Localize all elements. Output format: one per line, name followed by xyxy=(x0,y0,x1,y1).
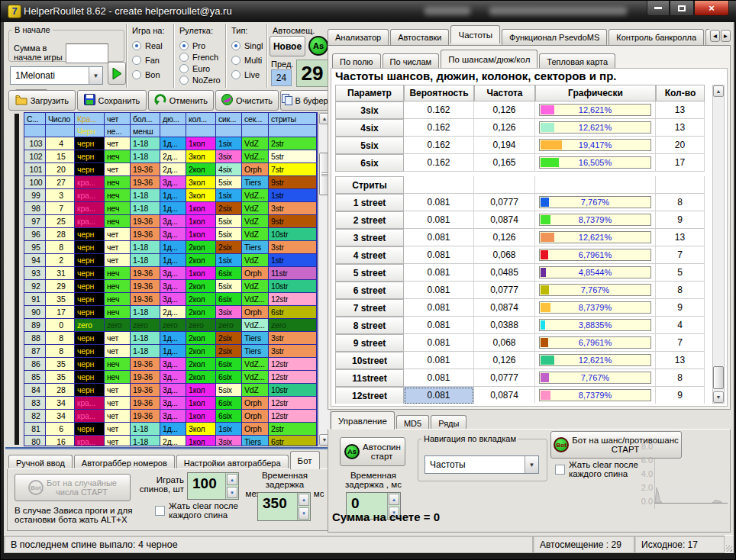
up-arrow-icon[interactable]: ▲ xyxy=(389,494,399,505)
up-arrow-icon[interactable]: ▲ xyxy=(299,494,309,506)
freq-count-cell[interactable]: 20 xyxy=(656,137,705,154)
freq-count-cell[interactable]: 13 xyxy=(656,119,705,137)
freq-param-10street[interactable]: 10street xyxy=(335,352,404,369)
tabs-scroll-right[interactable]: ► xyxy=(721,30,731,42)
tab-main-4[interactable]: Функционал PsevdoMS xyxy=(502,29,607,45)
freq-freq-cell[interactable]: 0,0874 xyxy=(474,211,535,229)
freq-prob-cell[interactable]: 0.081 xyxy=(404,299,474,317)
freq-param-8street[interactable]: 8 street xyxy=(335,317,404,334)
tab-main-5[interactable]: Контроль банкролла xyxy=(608,29,704,45)
freq-header[interactable]: Частота xyxy=(474,85,535,101)
up-arrow-icon[interactable]: ▲ xyxy=(227,474,237,485)
freq-param-7street[interactable]: 7 street xyxy=(335,299,404,317)
tab-main-1[interactable]: Анализатор xyxy=(328,29,389,45)
as-button[interactable]: As xyxy=(308,36,328,56)
freq-prob-cell[interactable]: 0.081 xyxy=(404,369,474,387)
freq-count-cell[interactable]: 7 xyxy=(656,334,705,352)
freq-header[interactable]: Графически xyxy=(535,85,656,101)
freq-param-9street[interactable]: 9 street xyxy=(335,334,404,352)
freq-bar-cell[interactable]: 6,7961% xyxy=(535,334,656,352)
freq-freq-cell[interactable]: 0,068 xyxy=(474,246,535,264)
freq-prob-cell[interactable]: 0.081 xyxy=(404,264,474,282)
freq-param-2street[interactable]: 2 street xyxy=(335,211,404,229)
freq-prob-cell[interactable]: 0.162 xyxy=(404,137,474,154)
freq-count-cell[interactable]: 8 xyxy=(656,194,705,211)
tabs-scroll-left[interactable]: ◄ xyxy=(710,30,720,42)
tab-input-4[interactable]: Бот xyxy=(290,451,320,469)
freq-prob-cell[interactable]: 0.162 xyxy=(404,119,474,137)
freq-freq-cell[interactable]: 0,126 xyxy=(474,101,535,119)
autospin-start-button[interactable]: As Автоспинстарт xyxy=(340,437,405,466)
save-button[interactable]: Сохранить xyxy=(77,90,147,111)
preset-combobox[interactable]: 1Melonati ▼ xyxy=(10,66,103,85)
radio-fan[interactable]: Fan xyxy=(132,56,176,65)
freq-param-4six[interactable]: 4six xyxy=(335,119,404,137)
radio-multi[interactable]: Multi xyxy=(231,56,276,65)
nav-combobox[interactable]: Частоты ▼ xyxy=(424,455,539,474)
freq-prob-cell[interactable]: 0.081 xyxy=(404,334,474,352)
tab-freq-4[interactable]: Тепловая карта xyxy=(539,53,615,69)
radio-french[interactable]: French xyxy=(179,53,224,62)
freq-param-5six[interactable]: 5six xyxy=(335,137,404,154)
freq-count-cell[interactable]: 13 xyxy=(656,229,705,246)
freq-param-4street[interactable]: 4 street xyxy=(335,246,404,264)
freq-count-cell[interactable]: 9 xyxy=(656,211,705,229)
freq-param-6six[interactable]: 6six xyxy=(335,154,404,172)
freq-bar-cell[interactable]: 19,417% xyxy=(535,137,656,154)
freq-param-11street[interactable]: 11street xyxy=(335,369,404,387)
freq-freq-cell[interactable]: 0,068 xyxy=(474,334,535,352)
new-number-button[interactable]: Новое xyxy=(270,36,305,56)
freq-param-3street[interactable]: 3 street xyxy=(335,229,404,246)
freq-bar-cell[interactable]: 8,7379% xyxy=(535,299,656,317)
freq-param-Стриты[interactable]: Стриты xyxy=(335,176,404,194)
freq-bar-cell[interactable]: 7,767% xyxy=(535,194,656,211)
chevron-down-icon[interactable]: ▼ xyxy=(89,67,102,84)
tab-main-3[interactable]: Частоты xyxy=(450,25,500,43)
freq-header[interactable]: Кол-во xyxy=(656,85,705,101)
folder-open-button[interactable]: Загрузить xyxy=(8,90,76,111)
freq-freq-cell[interactable]: 0,0777 xyxy=(474,282,535,299)
freq-count-cell[interactable]: 8 xyxy=(656,282,705,299)
undo-button[interactable]: Отменить xyxy=(148,90,214,111)
freq-param-5street[interactable]: 5 street xyxy=(335,264,404,282)
freq-param-6street[interactable]: 6 street xyxy=(335,282,404,299)
freq-bar-cell[interactable]: 16,505% xyxy=(535,154,656,172)
down-arrow-icon[interactable]: ▼ xyxy=(227,487,237,498)
play-button[interactable] xyxy=(108,62,126,85)
spins-stepper[interactable]: 100 ▲▼ xyxy=(187,472,239,500)
resize-grip[interactable] xyxy=(725,536,734,553)
freq-count-cell[interactable]: 17 xyxy=(656,154,705,172)
random-bot-start-button[interactable]: Bot Бот на случайныечисла СТАРТ xyxy=(15,474,131,501)
tab-freq-2[interactable]: По числам xyxy=(383,53,440,69)
freq-freq-cell[interactable]: 0,126 xyxy=(474,352,535,369)
freq-prob-cell[interactable]: 0.162 xyxy=(404,101,474,119)
start-sum-input[interactable] xyxy=(66,43,108,63)
freq-param-12street[interactable]: 12street xyxy=(335,387,404,404)
freq-scroll-thumb[interactable] xyxy=(713,366,724,389)
freq-bar-cell[interactable]: 12,621% xyxy=(535,119,656,137)
freq-bar-cell[interactable]: 8,7379% xyxy=(535,211,656,229)
tab-freq-1[interactable]: По полю xyxy=(332,53,381,69)
freq-prob-cell[interactable]: 0.081 xyxy=(404,282,474,299)
minimize-button[interactable] xyxy=(647,1,670,16)
radio-euro[interactable]: Euro xyxy=(179,64,224,73)
freq-count-cell[interactable]: 5 xyxy=(656,264,705,282)
clear-button[interactable]: Очистить xyxy=(215,90,279,111)
tab-freq-3[interactable]: По шансам/дюж/кол xyxy=(441,50,537,68)
scroll-down-icon[interactable]: ▼ xyxy=(713,391,724,403)
freq-bar-cell[interactable]: 7,767% xyxy=(535,282,656,299)
freq-freq-cell[interactable]: 0,194 xyxy=(474,137,535,154)
copy-button[interactable]: В буфер xyxy=(280,90,329,111)
freq-prob-cell[interactable]: 0.081 xyxy=(404,194,474,211)
freq-bar-cell[interactable]: 8,7379% xyxy=(535,387,656,404)
freq-param-3six[interactable]: 3six xyxy=(335,101,404,119)
freq-bar-cell[interactable]: 12,621% xyxy=(535,229,656,246)
freq-freq-cell[interactable]: 0,0777 xyxy=(474,194,535,211)
freq-freq-cell[interactable]: 0,0874 xyxy=(474,387,535,404)
clear-after-spin-checkbox[interactable] xyxy=(155,506,165,516)
chevron-down-icon[interactable]: ▼ xyxy=(525,456,538,473)
radio-pro[interactable]: Pro xyxy=(179,41,224,50)
freq-freq-cell[interactable]: 0,0388 xyxy=(474,317,535,334)
radio-live[interactable]: Live xyxy=(231,70,276,79)
freq-bar-cell[interactable]: 4,8544% xyxy=(535,264,656,282)
